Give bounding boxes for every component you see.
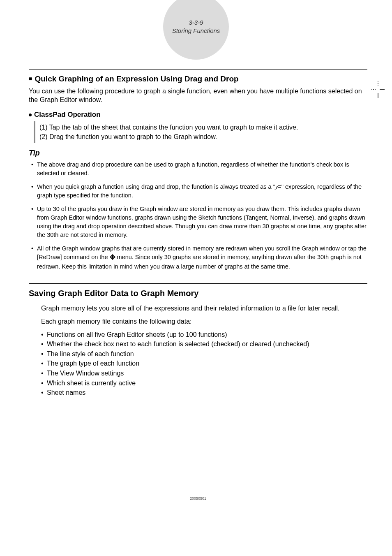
crop-marks-icon [371,81,385,98]
diamond-compass-icon [110,254,115,262]
tip-item: All of the Graph window graphs that are … [31,244,367,271]
data-list: Functions on all five Graph Editor sheet… [41,330,367,397]
section-heading-text: Quick Graphing of an Expression Using Dr… [35,74,238,84]
list-item: Sheet names [41,388,367,397]
square-bullet-icon: ■ [29,75,32,83]
section-paragraph: Graph memory lets you store all of the e… [41,304,367,313]
step-2: (2) Drag the function you want to graph … [39,132,367,141]
section-title: Saving Graph Editor Data to Graph Memory [29,288,367,299]
list-item: Functions on all five Graph Editor sheet… [41,330,367,339]
list-item: Which sheet is currently active [41,379,367,388]
tip-list: The above drag and drop procedure can be… [31,160,367,271]
section-intro: You can use the following procedure to g… [29,87,367,104]
page-code: 3-3-9 [189,19,203,27]
chapter-title: Storing Functions [172,27,220,35]
list-item: The line style of each function [41,350,367,359]
section-paragraph: Each graph memory file contains the foll… [41,317,367,326]
list-item: The View Window settings [41,369,367,378]
classpad-operation-heading: ClassPad Operation [29,110,367,120]
footer-document-id: 20050501 [29,496,367,501]
list-item: Whether the check box next to each funct… [41,340,367,349]
tip-item: The above drag and drop procedure can be… [31,160,367,178]
section-heading-quick-graph: ■ Quick Graphing of an Expression Using … [29,74,367,84]
tip-item: When you quick graph a function using dr… [31,183,367,200]
tip-heading: Tip [29,148,367,158]
operation-steps: (1) Tap the tab of the sheet that contai… [34,121,367,143]
list-item: The graph type of each function [41,359,367,368]
step-1: (1) Tap the tab of the sheet that contai… [39,123,367,132]
tip-item: Up to 30 of the graphs you draw in the G… [31,205,367,239]
section-saving-graph: Saving Graph Editor Data to Graph Memory… [29,283,367,397]
